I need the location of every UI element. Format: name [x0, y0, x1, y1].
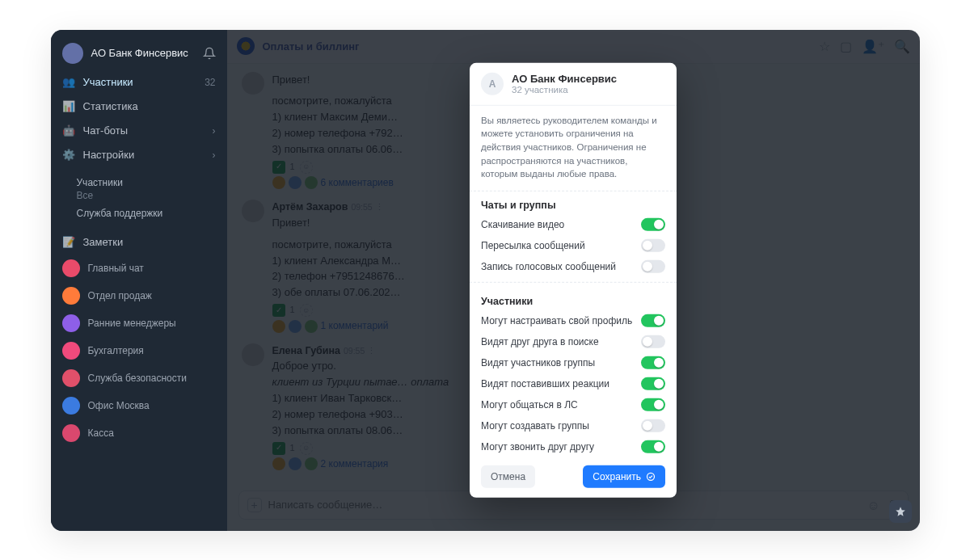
check-circle-icon: [646, 472, 656, 482]
sidebar-subsection[interactable]: Служба поддержки: [51, 203, 227, 222]
sidebar-icon: 🤖: [62, 124, 75, 137]
permission-row: Могут общаться в ЛС: [470, 394, 677, 415]
sidebar-item-count: 32: [205, 77, 215, 88]
sidebar-item-1[interactable]: 📊 Статистика: [51, 95, 227, 119]
chat-label: Отдел продаж: [88, 290, 152, 301]
sidebar-subsection[interactable]: УчастникиВсе: [51, 172, 227, 203]
cancel-button[interactable]: Отмена: [481, 465, 535, 488]
permission-label: Могут общаться в ЛС: [481, 399, 578, 411]
sidebar-item-count: ›: [213, 125, 216, 137]
section-chats-title: Чаты и группы: [470, 192, 677, 214]
sidebar-item-label: Участники: [83, 76, 133, 88]
notes-label: Заметки: [83, 236, 124, 248]
permission-row: Видят друг друга в поиске: [470, 331, 677, 352]
sidebar-icon: ⚙️: [62, 149, 75, 162]
main-area: Оплаты и биллинг ☆ ▢ 👤⁺ 🔍 Привет! посмот…: [227, 30, 920, 531]
chat-color-dot: [62, 287, 80, 305]
toggle-switch[interactable]: [641, 218, 665, 231]
permission-label: Могут звонить друг другу: [481, 441, 594, 453]
toggle-switch[interactable]: [641, 356, 665, 369]
save-button[interactable]: Сохранить: [583, 465, 665, 488]
app-window: АО Банк Финсервис 👥 Участники 32📊 Статис…: [51, 30, 920, 531]
chat-color-dot: [62, 314, 80, 332]
chat-color-dot: [62, 259, 80, 277]
sidebar-chat-item[interactable]: Офис Москва: [51, 392, 227, 419]
sidebar-chat-item[interactable]: Ранние менеджеры: [51, 309, 227, 337]
toggle-switch[interactable]: [641, 377, 665, 390]
sidebar-header: АО Банк Финсервис: [51, 36, 227, 70]
permission-label: Видят поставивших реакции: [481, 378, 609, 389]
permission-row: Видят поставивших реакции: [470, 373, 677, 394]
permissions-modal: А АО Банк Финсервис 32 участника Вы явля…: [470, 62, 677, 497]
toggle-switch[interactable]: [641, 239, 665, 252]
modal-subtitle: 32 участника: [512, 85, 617, 95]
modal-title: АО Банк Финсервис: [512, 73, 617, 85]
permission-row: Пересылка сообщений: [470, 235, 677, 256]
permission-row: Могут звонить друг другу: [470, 436, 677, 457]
chat-color-dot: [62, 424, 80, 442]
permission-row: Могут создавать группы: [470, 415, 677, 436]
chat-color-dot: [62, 369, 80, 387]
bell-icon[interactable]: [203, 47, 216, 60]
permission-row: Видят участников группы: [470, 352, 677, 373]
toggle-switch[interactable]: [641, 398, 665, 411]
permission-label: Пересылка сообщений: [481, 240, 585, 251]
chat-color-dot: [62, 342, 80, 360]
sidebar-icon: 📊: [62, 100, 75, 113]
sidebar-item-0[interactable]: 👥 Участники 32: [51, 70, 227, 95]
sidebar-chat-item[interactable]: Служба безопасности: [51, 364, 227, 392]
team-avatar[interactable]: [62, 43, 83, 64]
toggle-switch[interactable]: [641, 335, 665, 348]
modal-description: Вы являетесь руководителем команды и мож…: [470, 105, 677, 191]
toggle-switch[interactable]: [641, 314, 665, 327]
sidebar-item-label: Чат-боты: [83, 124, 129, 137]
note-icon: 📝: [62, 236, 75, 249]
permission-label: Могут настраивать свой профиль: [481, 315, 632, 326]
toggle-switch[interactable]: [641, 419, 665, 432]
modal-avatar: А: [481, 72, 504, 95]
save-label: Сохранить: [593, 471, 641, 482]
toggle-switch[interactable]: [641, 440, 665, 453]
sidebar-chat-item[interactable]: Главный чат: [51, 255, 227, 282]
modal-footer: Отмена Сохранить: [470, 457, 677, 498]
sidebar-item-count: ›: [213, 149, 216, 161]
permission-row: Запись голосовых сообщений: [470, 256, 677, 277]
sidebar-item-3[interactable]: ⚙️ Настройки ›: [51, 143, 227, 167]
toggle-switch[interactable]: [641, 260, 665, 273]
chat-color-dot: [62, 397, 80, 415]
assistant-fab[interactable]: [889, 500, 912, 523]
permission-label: Запись голосовых сообщений: [481, 261, 616, 272]
sidebar-item-2[interactable]: 🤖 Чат-боты ›: [51, 119, 227, 143]
chat-label: Ранние менеджеры: [88, 318, 176, 329]
chat-label: Касса: [88, 427, 114, 439]
team-name[interactable]: АО Банк Финсервис: [91, 47, 195, 59]
sidebar-item-label: Настройки: [83, 149, 135, 161]
section-members-title: Участники: [470, 288, 677, 310]
permission-label: Могут создавать группы: [481, 420, 589, 432]
permission-row: Могут настраивать свой профиль: [470, 310, 677, 331]
permission-label: Скачивание видео: [481, 219, 564, 230]
modal-header: А АО Банк Финсервис 32 участника: [470, 62, 677, 105]
sidebar-chat-item[interactable]: Бухгалтерия: [51, 337, 227, 364]
chat-label: Бухгалтерия: [88, 345, 144, 356]
sidebar-chat-item[interactable]: Касса: [51, 419, 227, 447]
chat-label: Главный чат: [88, 263, 144, 274]
sidebar-item-label: Статистика: [83, 100, 138, 112]
permission-row: Скачивание видео: [470, 214, 677, 235]
permission-label: Видят друг друга в поиске: [481, 336, 599, 347]
chat-label: Офис Москва: [88, 400, 150, 411]
notes-item[interactable]: 📝 Заметки: [51, 230, 227, 255]
sidebar: АО Банк Финсервис 👥 Участники 32📊 Статис…: [51, 30, 227, 531]
chat-label: Служба безопасности: [88, 373, 187, 384]
sidebar-chat-item[interactable]: Отдел продаж: [51, 282, 227, 309]
permission-label: Видят участников группы: [481, 357, 595, 368]
sidebar-icon: 👥: [62, 76, 75, 89]
